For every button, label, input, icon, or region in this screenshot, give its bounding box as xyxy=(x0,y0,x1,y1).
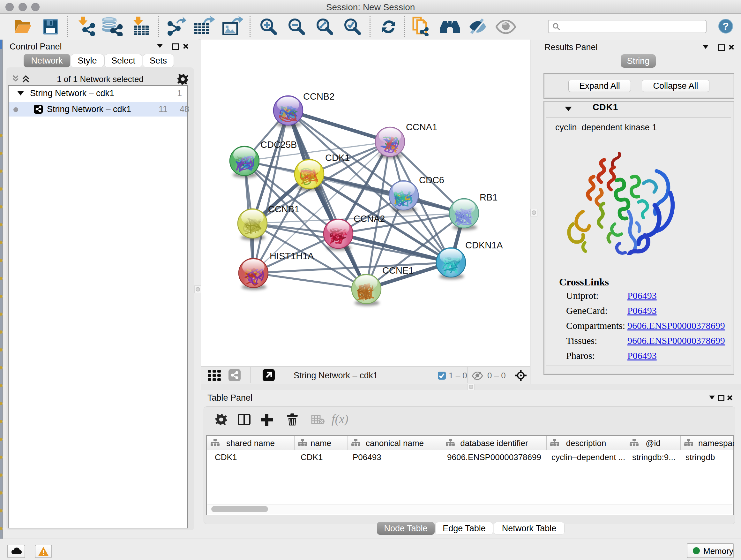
svg-text:CDC6: CDC6 xyxy=(419,175,444,185)
svg-text:CCNB2: CCNB2 xyxy=(303,91,334,102)
svg-text:CCNA1: CCNA1 xyxy=(406,122,437,132)
svg-text:CCNA2: CCNA2 xyxy=(354,213,385,224)
svg-text:CCNB1: CCNB1 xyxy=(268,204,299,214)
svg-text:?: ? xyxy=(723,20,729,32)
svg-text:HIST1H1A: HIST1H1A xyxy=(270,251,314,261)
svg-text:CCNE1: CCNE1 xyxy=(382,265,414,275)
svg-text:RB1: RB1 xyxy=(480,192,497,202)
svg-text:CDK1: CDK1 xyxy=(325,152,350,163)
svg-text:CDC25B: CDC25B xyxy=(260,139,297,150)
svg-text:CDKN1A: CDKN1A xyxy=(465,240,503,250)
